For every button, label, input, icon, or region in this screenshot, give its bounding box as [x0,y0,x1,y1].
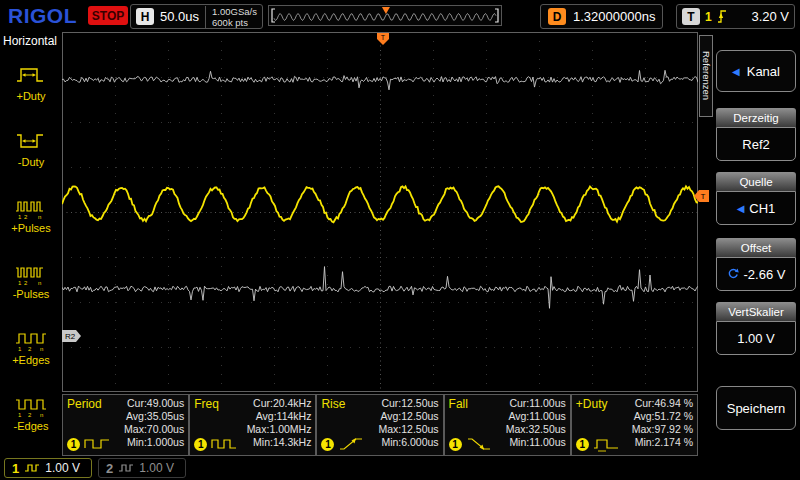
sidebar-item-label: -Pulses [13,288,50,300]
measurement-min: Min:11.00us [509,436,565,448]
measurement-panel-rise[interactable]: Rise Cur:12.50us Avg:12.50us Max:12.50us… [316,394,443,456]
measurement-min: Min:6.000us [381,436,438,448]
svg-text:2: 2 [24,280,28,286]
plus-pulses-icon: 1 2 n [15,194,47,220]
back-arrow-icon: ◀ [732,66,740,77]
channel2-scale: 1.00 V [139,461,174,475]
sidebar-item-label: +Duty [16,90,45,102]
section-header: Offset [716,238,796,257]
plus-edges-icon: 1 2 n [15,326,47,352]
source-channel-badge: 1 [449,438,462,451]
sidebar-item-minus-edges[interactable]: 1 2 n -Edges [0,379,62,445]
timebase-value: 50.0us [160,9,199,24]
measurement-panel-plus-duty[interactable]: +Duty Cur:46.94 % Avg:51.72 % Max:97.92 … [571,394,698,456]
measurement-panel-freq[interactable]: Freq Cur:20.4kHz Avg:114kHz Max:1.00MHz … [189,394,316,456]
sidebar-item-label: -Edges [14,420,49,432]
svg-text:2: 2 [28,346,32,352]
svg-text:n: n [40,412,43,418]
channel1-waveform-icon [24,463,40,473]
sidebar-item-plus-edges[interactable]: 1 2 n +Edges [0,313,62,379]
quelle-value-button[interactable]: ◀ CH1 [716,191,796,225]
horizontal-sidebar-menu: Horizontal +Duty -Duty 1 2 [0,32,62,456]
rising-edge-icon [717,9,727,24]
vertskalier-value-button[interactable]: 1.00 V [716,321,796,355]
trigger-position-label: T [380,34,385,41]
measurement-cur: Cur:11.00us [509,397,565,409]
trigger-level-label: T [701,192,706,201]
measurement-panel-period[interactable]: Period Cur:49.00us Avg:35.05us Max:70.00… [62,394,189,456]
measurement-source: 1 [576,436,619,452]
sidebar-title: Horizontal [0,32,62,49]
section-header: Derzeitig [716,108,796,127]
trigger-badge: T [682,8,700,25]
measurement-min: Min:14.3kHz [253,436,311,448]
measurement-avg: Avg:51.72 % [634,410,693,422]
duty-cycle-icon [593,436,619,452]
period-icon [84,436,110,452]
derzeitig-value: Ref2 [742,137,769,152]
section-header: VertSkalier [716,302,796,321]
delay-status-group[interactable]: D 1.32000000ns [540,4,663,29]
offset-value-button[interactable]: -2.66 V [716,257,796,291]
trigger-status-group[interactable]: T 1 3.20 V [676,4,795,29]
channel2-indicator[interactable]: 2 1.00 V [98,458,186,478]
sidebar-item-minus-pulses[interactable]: 1 2 n -Pulses [0,247,62,313]
measurement-avg: Avg:11.00us [508,410,565,422]
channel1-indicator[interactable]: 1 1.00 V [4,458,92,478]
waveform-memory-preview[interactable] [268,5,502,26]
measurement-panel-fall[interactable]: Fall Cur:11.00us Avg:11.00us Max:32.50us… [444,394,571,456]
sidebar-item-minus-duty[interactable]: -Duty [0,115,62,181]
sidebar-item-plus-duty[interactable]: +Duty [0,49,62,115]
menu-section-derzeitig: Derzeitig Ref2 [716,108,796,161]
source-channel-badge: 1 [194,438,207,451]
svg-text:n: n [38,214,41,220]
measurement-bar: Period Cur:49.00us Avg:35.05us Max:70.00… [62,394,698,456]
vertskalier-value: 1.00 V [737,331,775,346]
measurement-source: 1 [194,436,237,452]
trigger-level-marker[interactable]: T [694,189,714,203]
channel2-number: 2 [106,461,113,476]
trigger-position-marker[interactable]: T [376,32,396,46]
svg-text:1: 1 [18,280,22,286]
measurement-name: Freq [194,397,219,411]
offset-value: -2.66 V [744,267,786,282]
menu-tab-referenzen[interactable]: Referenzen [699,35,713,117]
menu-section-offset: Offset -2.66 V [716,238,796,291]
speichern-button[interactable]: Speichern [716,386,796,430]
ref2-waveform-marker[interactable]: R2 [62,329,82,343]
preview-waveform-icon [269,6,501,25]
minus-pulses-icon: 1 2 n [15,260,47,286]
quelle-value: CH1 [749,201,775,216]
measurement-source: 1 [321,436,364,452]
section-header: Quelle [716,172,796,191]
source-channel-badge: 1 [67,438,80,451]
horizontal-status-group[interactable]: H 50.0us 1.00GSa/s 600k pts [130,4,263,29]
measurement-max: Max:32.50us [506,423,566,435]
freq-icon [211,436,237,452]
plus-duty-icon [15,62,47,88]
delay-badge: D [548,8,566,25]
channel-status-bar: 1 1.00 V 2 1.00 V [0,456,800,480]
sidebar-item-label: +Edges [12,354,50,366]
svg-text:2: 2 [24,214,28,220]
source-channel-badge: 1 [321,438,334,451]
measurement-name: Fall [449,397,468,411]
measurement-max: Max:70.00us [124,423,184,435]
sidebar-item-plus-pulses[interactable]: 1 2 n +Pulses [0,181,62,247]
run-state-badge[interactable]: STOP [88,6,128,25]
measurement-name: Rise [321,397,345,411]
measurement-max: Max:97.92 % [632,423,693,435]
svg-text:1: 1 [18,346,22,352]
rigol-logo: RIGOL [8,4,77,28]
ref-marker-label: R2 [65,332,76,341]
measurement-cur: Cur:46.94 % [635,397,693,409]
minus-duty-icon [15,128,47,154]
measurement-cur: Cur:20.4kHz [253,397,311,409]
waveform-display-area [62,32,698,394]
derzeitig-value-button[interactable]: Ref2 [716,127,796,161]
measurement-source: 1 [67,436,110,452]
kanal-menu-button[interactable]: ◀ Kanal [716,50,796,92]
svg-text:n: n [38,280,41,286]
measurement-avg: Avg:12.50us [380,410,438,422]
select-arrow-icon: ◀ [737,203,745,214]
